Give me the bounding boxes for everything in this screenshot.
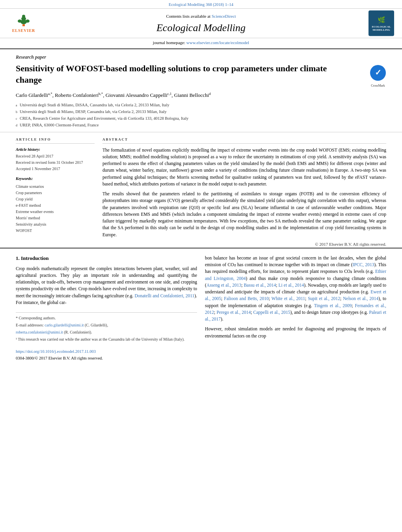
elsevier-text: ELSEVIER	[12, 28, 35, 33]
affil-c-text: CREA, Research Centre for Agriculture an…	[20, 115, 188, 122]
ref-donatelli[interactable]: Donatelli and Confalonieri, 2011	[134, 293, 194, 298]
affil-d: d UREP, INRA, 63000 Clermont-Ferrand, Fr…	[16, 122, 386, 129]
affiliations: a Università degli Studi di Milano, DiSA…	[16, 102, 386, 128]
ref-cappelli[interactable]: Cappelli et al., 2015	[253, 310, 290, 315]
intro-col-right: bon balance has become an issue of great…	[205, 255, 386, 362]
article-info-abstract-section: ARTICLE INFO Article history: Received 2…	[0, 132, 402, 248]
section-number: 1.	[16, 255, 20, 261]
received-date: Received 28 April 2017	[16, 153, 95, 159]
contents-line: Contents lists available at ScienceDirec…	[156, 11, 246, 20]
keyword-3: Crop yield	[16, 196, 95, 202]
received-revised-date: Received in revised form 31 October 2017	[16, 159, 95, 166]
ref-asseng[interactable]: Asseng et al., 2013	[207, 283, 241, 287]
authors-line: Carlo Gilardellia,*, Roberto Confalonier…	[16, 91, 386, 99]
header-main: ELSEVIER Contents lists available at Sci…	[0, 8, 402, 38]
intro-col-left: 1. Introduction Crop models mathematical…	[16, 255, 197, 362]
article-dates: Received 28 April 2017 Received in revis…	[16, 153, 95, 172]
elsevier-tree-icon	[14, 13, 34, 27]
article-history-block: Article history: Received 28 April 2017 …	[16, 147, 95, 172]
ref-tingem[interactable]: Tingem et al., 2009	[314, 303, 352, 308]
abstract-text: The formalization of novel equations exp…	[102, 147, 386, 238]
abstract-heading: ABSTRACT	[102, 137, 386, 144]
email1-link[interactable]: carlo.gilardelli@unimi.it	[45, 323, 84, 327]
author-2: Roberto Confalonierib,*	[55, 92, 103, 98]
email-line: E-mail addresses: carlo.gilardelli@unimi…	[16, 322, 197, 328]
journal-badge-container: 🌿 ECOLOGICAL MODELLING	[368, 11, 394, 36]
issn-text: 0304-3800/© 2017 Elsevier B.V. All right…	[16, 356, 103, 360]
article-header: Research paper Sensitivity of WOFOST-bas…	[0, 49, 402, 132]
accepted-date: Accepted 1 November 2017	[16, 166, 95, 172]
affil-b-text: Università degli Studi di Milano, DESP, …	[20, 109, 167, 115]
keyword-7: Sensitivity analysis	[16, 221, 95, 228]
affil-a: a Università degli Studi di Milano, DiSA…	[16, 102, 386, 109]
journal-title: Ecological Modelling	[156, 20, 246, 35]
homepage-label: journal homepage:	[153, 40, 185, 45]
svg-point-3	[22, 15, 25, 18]
article-title-row: Sensitivity of WOFOST-based modelling so…	[16, 63, 386, 88]
ref-supit[interactable]: Supit et al., 2012	[308, 296, 340, 301]
ref-ethier[interactable]: Ethier and Livingston, 2004	[205, 269, 386, 280]
sciencedirect-text: ScienceDirect	[212, 14, 236, 19]
keywords-label: Keywords:	[16, 176, 95, 182]
svg-point-4	[18, 19, 22, 22]
contents-label: Contents lists available at	[166, 14, 210, 19]
keyword-8: WOFOST	[16, 228, 95, 234]
keyword-5: Extreme weather events	[16, 209, 95, 215]
ref-li[interactable]: Li et al., 2014	[279, 283, 304, 287]
article-info-heading: ARTICLE INFO	[16, 137, 95, 144]
citation-text: Ecological Modelling 368 (2018) 1–14	[169, 2, 233, 7]
svg-rect-0	[22, 24, 25, 26]
intro-section-title: 1. Introduction	[16, 255, 197, 262]
ref-bassu[interactable]: Bassu et al., 2014	[244, 283, 276, 287]
affil-c: c CREA, Research Centre for Agriculture …	[16, 115, 386, 122]
affil-b: b Università degli Studi di Milano, DESP…	[16, 109, 386, 115]
header-citation: Ecological Modelling 368 (2018) 1–14	[0, 0, 402, 8]
author-4: Gianni Bellocchid	[174, 92, 211, 98]
history-label: Article history:	[16, 147, 95, 153]
doi-link[interactable]: https://doi.org/10.1016/j.ecolmodel.2017…	[16, 348, 197, 355]
corresponding-label: * Corresponding authors.	[16, 315, 197, 321]
ref-falioon[interactable]: Falioon and Betts, 2010	[224, 296, 268, 301]
intro-para-right-2: However, robust simulation models are ne…	[205, 326, 386, 339]
email2-link[interactable]: roberta.confalonieri@unimi.it	[16, 330, 63, 334]
footnotes-section: * Corresponding authors. E-mail addresse…	[16, 312, 197, 342]
body-content: 1. Introduction Crop models mathematical…	[0, 248, 402, 362]
badge-tree-icon: 🌿	[378, 15, 385, 24]
elsevier-logo-container: ELSEVIER	[8, 13, 39, 34]
homepage-url[interactable]: www.elsevier.com/locate/ecolmodel	[186, 40, 249, 45]
ref-nelson[interactable]: Nelson et al., 2014	[343, 296, 378, 301]
article-title: Sensitivity of WOFOST-based modelling so…	[16, 63, 351, 85]
keyword-2: Crop parameters	[16, 190, 95, 196]
email-label: E-mail addresses:	[16, 323, 44, 327]
ref-white[interactable]: White et al., 2011	[272, 296, 305, 301]
article-info-column: ARTICLE INFO Article history: Received 2…	[16, 137, 95, 248]
svg-text:✓: ✓	[375, 68, 382, 77]
section-title: Introduction	[21, 255, 49, 261]
corresponding-text: * Corresponding authors.	[16, 316, 56, 320]
abstract-column: ABSTRACT The formalization of novel equa…	[102, 137, 386, 248]
elsevier-logo: ELSEVIER	[8, 13, 39, 34]
ref-ipcc[interactable]: IPCC, 2013	[352, 262, 374, 267]
intro-para-right-1: bon balance has become an issue of great…	[205, 255, 386, 323]
article-type-label: Research paper	[16, 54, 386, 61]
email2-name: (R. Confalonieri).	[64, 330, 92, 334]
affil-a-text: Università degli Studi di Milano, DiSAA,…	[20, 102, 169, 109]
page: Ecological Modelling 368 (2018) 1–14 ELS…	[0, 0, 402, 532]
keywords-section: Keywords: Climate scenarios Crop paramet…	[16, 176, 95, 234]
badge-text-line1: ECOLOGICAL	[372, 25, 391, 28]
journal-badge: 🌿 ECOLOGICAL MODELLING	[368, 11, 394, 36]
journal-center: Contents lists available at ScienceDirec…	[156, 11, 246, 35]
ref-perego[interactable]: Perego et al., 2014	[216, 310, 251, 315]
crossmark-label: CrossMark	[370, 83, 386, 88]
intro-para-1: Crop models mathematically represent the…	[16, 265, 197, 306]
badge-text-line2: MODELLING	[372, 28, 390, 32]
crossmark-icon: ✓	[370, 65, 386, 81]
crossmark-badge: ✓ CrossMark	[370, 65, 386, 88]
copyright-line: © 2017 Elsevier B.V. All rights reserved…	[102, 241, 386, 248]
svg-point-5	[26, 19, 30, 22]
abstract-para-2: The results showed that the parameters r…	[102, 191, 386, 238]
author-1: Carlo Gilardellia,*	[16, 92, 52, 98]
affil-d-text: UREP, INRA, 63000 Clermont-Ferrand, Fran…	[20, 122, 99, 129]
intro-body-left: Crop models mathematically represent the…	[16, 265, 197, 306]
keyword-4: e-FAST method	[16, 202, 95, 209]
